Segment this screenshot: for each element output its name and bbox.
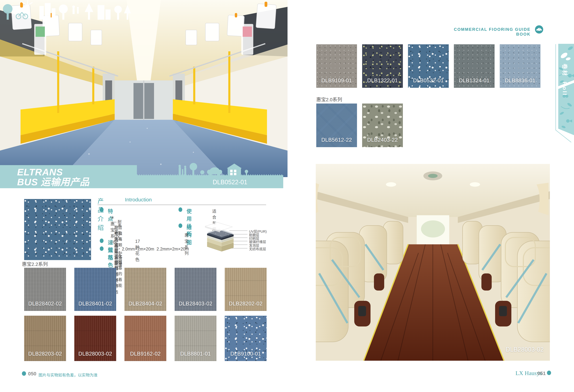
colors-bullet-icon (100, 239, 103, 243)
swatch-code: DLB9162-02 (130, 351, 161, 361)
title-band: ELTRANS BUS 运输用产品 (0, 165, 137, 188)
swatch: DLB28403-02 (175, 268, 217, 311)
swatch: DLB28003-02 (74, 316, 116, 361)
intro-sample-thumbnail (24, 199, 91, 260)
car-icon (535, 25, 543, 34)
series-2-2-label: 惠宝2.2系列 (22, 260, 48, 267)
usage-bullet-icon (179, 207, 182, 212)
swatch: DLB0522-01 (408, 44, 449, 88)
swatch-code: DLB1322-01 (367, 78, 398, 88)
title-line2: BUS 运输用产品 (17, 177, 89, 187)
swatch: DLB9162-02 (124, 316, 166, 361)
swatch: DLB28404-02 (124, 268, 166, 311)
bus-interior-photo: DLB28003-02 (316, 164, 550, 361)
side-tab-label-en: Roll (562, 82, 568, 96)
swatch: DLB28401-02 (74, 268, 116, 311)
features-bullet-icon (100, 207, 103, 212)
swatch-code: DLB28402-02 (28, 301, 62, 311)
title-line1: ELTRANS (17, 167, 89, 177)
swatch-code: DLB1324-01 (459, 78, 490, 88)
structure-diagram (204, 216, 248, 255)
swatch-code: DLB9100-01 (230, 351, 261, 361)
swatch-code: DLB28202-02 (229, 301, 263, 311)
swatch: DLB1324-01 (454, 44, 494, 88)
swatch-code: DLB8836-01 (505, 78, 535, 88)
swatch: DLB9100-01 (225, 316, 267, 361)
page-title: ELTRANS BUS 运输用产品 (17, 167, 89, 187)
swatch: DLB1322-01 (362, 44, 403, 88)
page-number-right: 051 (537, 371, 546, 376)
swatch-code: DLB9109-01 (321, 78, 352, 88)
spec-bullet-icon (100, 247, 103, 251)
guide-book-header: COMMERCIAL FIOORING GUIDE BOOK (445, 27, 531, 37)
side-tab-label-zh: 卷材 (562, 64, 568, 77)
swatch-code: DLB5612-22 (321, 137, 352, 147)
series-2-0-label: 惠宝2.0系列 (316, 96, 342, 103)
footer-note: 图片与实物如有色差，以实物为准 (39, 372, 98, 378)
catalog-spread: ELTRANS BUS 运输用产品 DLB0522-01 (0, 0, 574, 392)
side-tab-roll: 卷材 Roll (554, 43, 574, 142)
spec-value: 2.0mm×2m×20m 2.2mm×2m×20m (122, 247, 189, 251)
swatch: DLB8801-01 (175, 316, 217, 361)
swatch-code: DLB28401-02 (78, 301, 112, 311)
swatch: DLB5612-22 (316, 103, 357, 147)
swatch: DLB8836-01 (500, 44, 540, 88)
skyline-silhouettes-white (0, 0, 137, 20)
hero-floor-code: DLB0522-01 (213, 179, 247, 186)
skyline-silhouettes-teal (137, 163, 283, 177)
swatch: DLB28402-02 (24, 268, 66, 311)
footer-dot-icon (22, 371, 26, 376)
layer-label: 无纺布底层 (249, 247, 266, 251)
bus-floor-code: DLB28003-02 (506, 346, 544, 353)
footer-dot-icon (547, 371, 551, 375)
spec-heading: 规格 (108, 246, 113, 261)
swatch-code: DLB2403-22 (367, 137, 398, 147)
intro-heading-zh: 产品介绍 (98, 196, 104, 232)
swatch-code: DLB8801-01 (180, 351, 211, 361)
structure-bullet-icon (179, 224, 182, 228)
intro-divider (98, 205, 266, 205)
swatch-code: DLB28003-02 (78, 351, 112, 361)
swatch: DLB28202-02 (225, 268, 267, 311)
hero-code-band: DLB0522-01 (137, 176, 283, 188)
swatch-code: DLB28404-02 (128, 301, 162, 311)
page-number-left: 050 (28, 371, 36, 377)
swatch-code: DLB0522-01 (413, 78, 444, 88)
swatch: DLB28203-02 (24, 316, 66, 361)
structure-series-label: 惠宝系列 (184, 232, 189, 256)
intro-heading-en: Introduction (125, 197, 152, 203)
side-tab-label: 卷材 Roll (561, 64, 569, 115)
swatch: DLB9109-01 (316, 44, 357, 88)
swatch: DLB2403-22 (362, 103, 403, 147)
metro-interior-photo (0, 0, 287, 177)
swatch-code: DLB28203-02 (28, 351, 62, 361)
swatch-code: DLB28403-02 (179, 301, 212, 311)
